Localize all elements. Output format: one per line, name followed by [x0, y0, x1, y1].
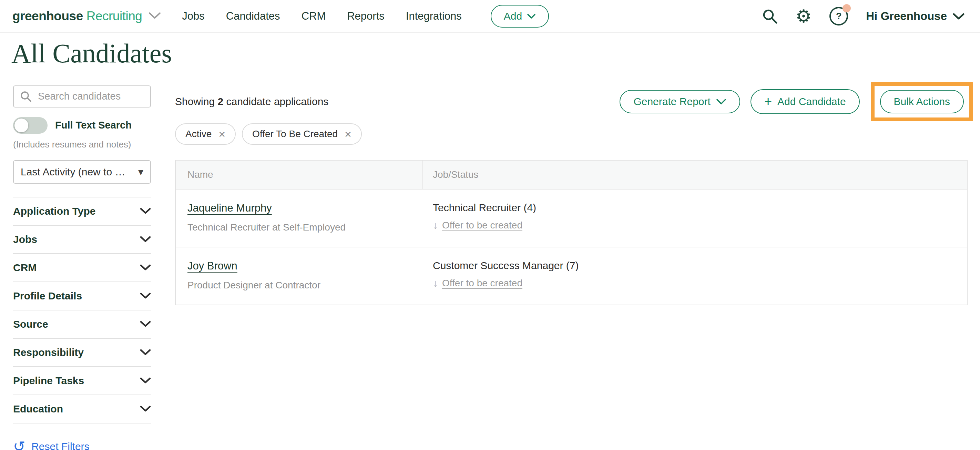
- filter-section-label: Pipeline Tasks: [13, 375, 84, 386]
- job-status-cell: Technical Recruiter (4) ↓ Offer to be cr…: [423, 202, 967, 233]
- nav-right-controls: ⚙ ? Hi Greenhouse: [762, 7, 965, 25]
- toggle-knob: [14, 119, 28, 132]
- job-title: Customer Success Manager (7): [433, 260, 967, 272]
- caret-down-icon: ▾: [135, 166, 143, 178]
- filter-chip-label: Offer To Be Created: [252, 129, 338, 140]
- chevron-down-icon: [716, 99, 726, 105]
- add-button[interactable]: Add: [491, 5, 549, 27]
- filter-section-profile-details[interactable]: Profile Details: [13, 282, 151, 310]
- status-link[interactable]: Offer to be created: [442, 220, 522, 231]
- chevron-down-icon: [140, 293, 151, 299]
- status-line: ↓ Offer to be created: [433, 278, 967, 289]
- close-icon[interactable]: ×: [218, 128, 225, 140]
- status-link[interactable]: Offer to be created: [442, 278, 522, 289]
- filter-section-pipeline-tasks[interactable]: Pipeline Tasks: [13, 367, 151, 395]
- chevron-down-icon: [140, 321, 151, 328]
- filter-section-jobs[interactable]: Jobs: [13, 226, 151, 254]
- filter-section-label: Profile Details: [13, 290, 82, 302]
- filter-section-label: Responsibility: [13, 347, 84, 358]
- table-row: Jaqueline Murphy Technical Recruiter at …: [176, 189, 967, 247]
- candidate-name-link[interactable]: Joy Brown: [188, 260, 237, 272]
- candidate-name-link[interactable]: Jaqueline Murphy: [188, 202, 272, 214]
- active-filter-chips: Active × Offer To Be Created ×: [175, 123, 967, 145]
- app-switcher[interactable]: greenhouse Recruiting: [13, 9, 161, 24]
- chevron-down-icon: [140, 405, 151, 412]
- column-header-job-status: Job/Status: [423, 169, 967, 180]
- chevron-down-icon: [140, 377, 151, 384]
- candidates-table: Name Job/Status Jaqueline Murphy Technic…: [175, 160, 967, 305]
- filter-section-education[interactable]: Education: [13, 395, 151, 423]
- filter-chip-offer-to-be-created[interactable]: Offer To Be Created ×: [242, 123, 362, 145]
- candidate-search-box: [13, 86, 151, 108]
- plus-icon: +: [764, 95, 772, 108]
- generate-report-button[interactable]: Generate Report: [620, 90, 740, 113]
- candidate-subtitle: Technical Recruiter at Self-Employed: [188, 222, 423, 233]
- filter-section-label: Source: [13, 318, 48, 330]
- nav-item-integrations[interactable]: Integrations: [406, 10, 462, 22]
- help-icon[interactable]: ?: [829, 7, 848, 25]
- add-candidate-button[interactable]: + Add Candidate: [751, 89, 860, 114]
- filter-section-source[interactable]: Source: [13, 310, 151, 339]
- user-greeting: Hi Greenhouse: [866, 10, 947, 23]
- full-text-search-note: (Includes resumes and notes): [13, 139, 151, 150]
- bulk-actions-button[interactable]: Bulk Actions: [880, 90, 964, 113]
- gear-icon[interactable]: ⚙: [795, 7, 812, 25]
- full-text-search-row: Full Text Search: [13, 117, 151, 134]
- sort-dropdown-value: Last Activity (new to …: [21, 166, 125, 178]
- chevron-down-icon: [953, 13, 965, 20]
- results-count-text: Showing 2 candidate applications: [175, 96, 328, 108]
- generate-report-label: Generate Report: [633, 96, 710, 108]
- job-title: Technical Recruiter (4): [433, 202, 967, 214]
- nav-item-jobs[interactable]: Jobs: [182, 10, 204, 22]
- candidates-main: Showing 2 candidate applications Generat…: [175, 86, 980, 305]
- search-input[interactable]: [37, 90, 144, 102]
- close-icon[interactable]: ×: [345, 128, 352, 140]
- job-status-cell: Customer Success Manager (7) ↓ Offer to …: [423, 260, 967, 291]
- results-toolbar: Showing 2 candidate applications Generat…: [175, 86, 967, 118]
- bulk-actions-label: Bulk Actions: [894, 96, 950, 108]
- filter-section-label: Education: [13, 403, 63, 415]
- add-candidate-label: Add Candidate: [777, 96, 846, 108]
- search-icon[interactable]: [762, 8, 778, 24]
- chevron-down-icon: [140, 236, 151, 243]
- chevron-down-icon: [140, 264, 151, 271]
- chevron-down-icon: [140, 349, 151, 356]
- arrow-down-icon: ↓: [433, 220, 438, 231]
- results-count-suffix: candidate applications: [223, 96, 328, 107]
- filter-section-responsibility[interactable]: Responsibility: [13, 339, 151, 367]
- full-text-search-toggle[interactable]: [13, 117, 48, 134]
- filter-section-crm[interactable]: CRM: [13, 254, 151, 282]
- reset-icon: ↺: [13, 439, 25, 450]
- chevron-down-icon: [140, 208, 151, 214]
- reset-filters-button[interactable]: ↺ Reset Filters: [13, 439, 151, 450]
- filters-sidebar: Full Text Search (Includes resumes and n…: [13, 86, 151, 450]
- table-row: Joy Brown Product Designer at Contractor…: [176, 247, 967, 305]
- candidate-cell: Joy Brown Product Designer at Contractor: [176, 260, 423, 291]
- results-count-value: 2: [218, 96, 223, 107]
- bulk-actions-highlight: Bulk Actions: [871, 82, 973, 121]
- candidate-subtitle: Product Designer at Contractor: [188, 280, 423, 291]
- page-title: All Candidates: [11, 38, 980, 68]
- notification-dot: [843, 4, 851, 13]
- filter-chip-label: Active: [185, 129, 212, 140]
- chevron-down-icon: [148, 12, 161, 19]
- filter-section-label: Application Type: [13, 205, 95, 217]
- arrow-down-icon: ↓: [433, 278, 438, 288]
- filter-section-label: CRM: [13, 262, 37, 273]
- candidate-cell: Jaqueline Murphy Technical Recruiter at …: [176, 202, 423, 233]
- filter-chip-active[interactable]: Active ×: [175, 123, 236, 145]
- results-count-prefix: Showing: [175, 96, 218, 107]
- logo-brand: greenhouse: [13, 9, 83, 24]
- user-menu[interactable]: Hi Greenhouse: [866, 10, 965, 23]
- full-text-search-label: Full Text Search: [55, 119, 132, 131]
- sort-dropdown[interactable]: Last Activity (new to … ▾: [13, 160, 151, 184]
- filter-section-application-type[interactable]: Application Type: [13, 197, 151, 226]
- nav-item-reports[interactable]: Reports: [347, 10, 385, 22]
- reset-filters-label: Reset Filters: [31, 441, 89, 450]
- top-nav: greenhouse Recruiting Jobs Candidates CR…: [0, 0, 980, 33]
- app-window: greenhouse Recruiting Jobs Candidates CR…: [0, 0, 980, 450]
- content-area: Full Text Search (Includes resumes and n…: [0, 86, 980, 450]
- nav-item-candidates[interactable]: Candidates: [226, 10, 280, 22]
- nav-item-crm[interactable]: CRM: [302, 10, 326, 22]
- toolbar-buttons: Generate Report + Add Candidate Bulk Act…: [620, 86, 967, 118]
